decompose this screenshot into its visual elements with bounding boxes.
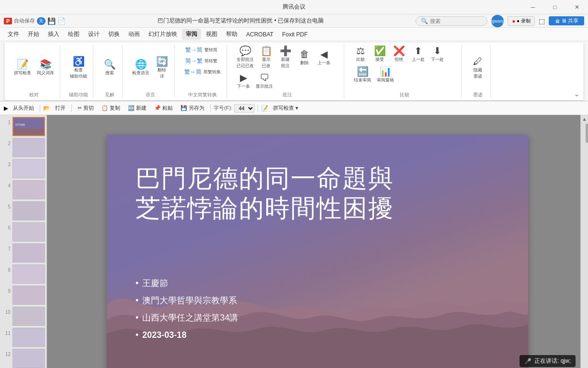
spellcheck-button[interactable]: 拼写检查 ▾ [270,104,301,113]
font-size-select[interactable]: 44 [234,104,255,113]
user-initial: qjwang [491,19,505,23]
menu-foxit[interactable]: Foxit PDF [278,30,311,39]
translate-button[interactable]: 🔄 翻转详 [153,56,170,80]
prev-change-button[interactable]: ⬆ 上一处 [409,45,427,64]
end-review-button[interactable]: 🔚 结束审阅 [352,66,373,84]
search-input[interactable] [430,18,496,24]
next-comment-button[interactable]: ▶ 下一条 [235,72,252,91]
from-start-button[interactable]: 从头开始 [10,104,37,113]
thesaurus-button[interactable]: 📚 同义词库 [35,58,56,77]
language-button[interactable]: 🌐 检查语言 [130,58,151,77]
minimize-button[interactable]: ─ [522,0,544,14]
spell-check-button[interactable]: 📝 拼写检查 [12,58,33,77]
svg-text:巴門尼德: 巴門尼德 [15,123,25,126]
menu-design[interactable]: 设计 [84,29,103,40]
jiaodui-label: 校对 [29,91,39,98]
bullet-name: •王慶節 [136,275,238,292]
convert-button[interactable]: 繁↔简 简繁转换 [182,67,223,77]
separator-4 [258,104,258,112]
compare-button[interactable]: ⚖ 比较 [352,45,369,64]
slide-thumb-11[interactable]: 11 [2,328,45,347]
slide-thumb-5[interactable]: 5 [2,201,45,220]
bullet-date: •2023-03-18 [136,326,238,344]
prev-comment-button[interactable]: ◀ 上一条 [315,48,332,67]
menu-file[interactable]: 文件 [4,29,23,40]
slide-thumb-2[interactable]: 2 [2,138,45,157]
record-button[interactable]: ● ● 录制 [508,16,534,26]
window-controls: ─ □ ✕ [522,0,588,14]
delete-comment-button[interactable]: 🗑 删除 [296,48,313,67]
ppt-logo: P [4,18,12,24]
show-comments-button[interactable]: 📋 显示已改 [258,45,275,70]
menu-slideshow[interactable]: 幻灯片放映 [145,29,181,40]
traditional-to-simplified-button[interactable]: 繁→简 繁转简 [183,45,222,55]
slide-thumb-7[interactable]: 7 [2,243,45,263]
moji-content: 🖊 隐藏墨迹 [469,45,486,91]
search-box[interactable]: 🔍 [416,16,487,26]
ribbon-group-jiancha: 🔍 搜索 见解 [97,45,123,98]
title-bar: 腾讯会议 ─ □ ✕ [0,0,588,14]
display-comments-button[interactable]: 🗨 显示批注 [254,72,275,91]
slide-thumb-12[interactable]: 12 [2,349,45,368]
reject-button[interactable]: ❌ 拒绝 [390,45,407,64]
yuyan-label: 语言 [146,91,155,98]
saveas-button[interactable]: 💾 另存为 [178,104,207,113]
menu-view[interactable]: 视图 [202,29,221,40]
all-comments-button[interactable]: 💬 全部批注已记已改 [235,45,256,70]
share-button[interactable]: 🖥 🖥 共享 [549,16,584,25]
accept-button[interactable]: ✅ 接受 [371,45,388,64]
jiaodui-content: 📝 拼写检查 📚 同义词库 [12,45,56,91]
maximize-button[interactable]: □ [544,0,566,14]
play-from-start-icon: ▶ [4,105,8,112]
next-change-icon: ⬇ [433,46,441,56]
accessibility-button[interactable]: ♿ 检查辅助功能 [68,56,89,80]
scrollbar-thumb[interactable] [586,124,588,143]
next-change-button[interactable]: ⬇ 下一处 [429,45,446,64]
top-bar-right: 🔍 qjwang ● ● 录制 ⬚ 🖥 🖥 共享 [416,15,584,27]
menu-insert[interactable]: 插入 [44,29,63,40]
reject-icon: ❌ [393,46,405,56]
slide-thumb-8[interactable]: 8 [2,264,45,284]
slide-preview-1: 巴門尼德 [12,117,45,136]
record-label: ● 录制 [517,18,531,24]
close-button[interactable]: ✕ [566,0,588,14]
menu-animation[interactable]: 动画 [124,29,144,40]
window-title: 腾讯会议 [283,3,305,11]
menu-home[interactable]: 开始 [24,29,43,40]
hide-ink-button[interactable]: 🖊 隐藏墨迹 [469,56,486,80]
new-comment-button[interactable]: ➕ 新建批注 [277,45,294,70]
user-avatar[interactable]: qjwang [491,15,504,27]
scroll-up-button[interactable]: ▲ [581,115,588,123]
slide-number-6: 6 [2,222,11,230]
slide-thumb-6[interactable]: 6 [2,222,45,242]
menu-transition[interactable]: 切换 [104,29,124,40]
insights-button[interactable]: 🔍 搜索 [101,58,118,77]
menu-help[interactable]: 帮助 [222,29,241,40]
slide-thumb-10[interactable]: 10 [2,307,45,326]
cut-button[interactable]: ✂ 剪切 [75,104,97,113]
expand-icon[interactable]: ⬚ [539,17,545,25]
slide-thumb-4[interactable]: 4 [2,180,45,199]
slide-thumb-1[interactable]: 1巴門尼德 [2,117,45,136]
menu-draw[interactable]: 绘图 [64,29,83,40]
slide-number-8: 8 [2,264,11,273]
menu-acrobat[interactable]: ACROBAT [242,30,277,39]
ribbon-content: 📝 拼写检查 📚 同义词库 校对 ♿ 检查辅助功能 辅助功能 [4,43,584,101]
ribbon-expand-icon[interactable]: ⌄ [574,89,580,98]
slide-canvas: 巴門尼德的同一命題與 芝諾悖論的時間性困擾 •王慶節 •澳門大學哲學與宗教學系 … [107,135,528,368]
simplified-to-traditional-button[interactable]: 简→繁 简转繁 [183,56,222,66]
menu-review[interactable]: 审阅 [182,29,201,40]
ribbon-group-fanfan: 繁→简 繁转简 简→繁 简转繁 繁↔简 简繁转换 中文简繁转换 [179,45,227,98]
jiancha-content: 🔍 搜索 [101,45,118,91]
slide-thumb-3[interactable]: 3 [2,159,45,178]
autosave-toggle[interactable]: 关 [37,17,45,25]
new-button[interactable]: 🆕 新建 [125,104,149,113]
slide-number-7: 7 [2,243,11,252]
ribbon-group-compare: ⚖ 比较 ✅ 接受 ❌ 拒绝 ⬆ 上一处 ⬇ 下一处 [348,45,462,98]
slide-thumb-9[interactable]: 9 [2,286,45,305]
paste-button[interactable]: 📌 粘贴 [151,104,176,113]
save-icon[interactable]: 💾 [47,17,56,25]
copy-button[interactable]: 📋 复制 [99,104,123,113]
open-button[interactable]: 打开 [52,104,68,113]
review-pane-button[interactable]: 📊 审阅窗格 [375,66,396,84]
